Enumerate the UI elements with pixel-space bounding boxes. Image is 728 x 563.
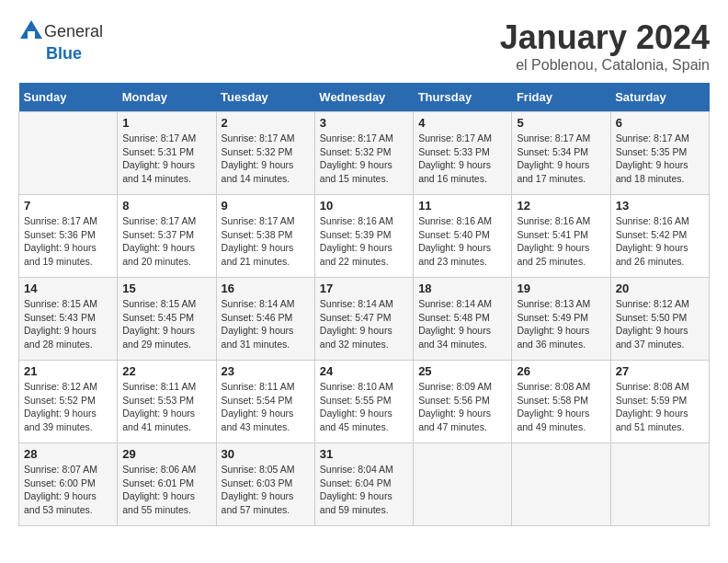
day-number: 25 xyxy=(418,364,506,378)
calendar-week-row: 28Sunrise: 8:07 AMSunset: 6:00 PMDayligh… xyxy=(19,443,710,526)
calendar-cell: 14Sunrise: 8:15 AMSunset: 5:43 PMDayligh… xyxy=(19,278,118,361)
page-header: General Blue January 2024 el Poblenou, C… xyxy=(18,18,710,74)
day-number: 18 xyxy=(418,282,506,295)
calendar-cell: 27Sunrise: 8:08 AMSunset: 5:59 PMDayligh… xyxy=(610,361,709,443)
day-info: Sunrise: 8:17 AMSunset: 5:37 PMDaylight:… xyxy=(122,214,210,269)
day-number: 24 xyxy=(320,364,408,378)
calendar-cell: 28Sunrise: 8:07 AMSunset: 6:00 PMDayligh… xyxy=(19,443,118,526)
header-day-wednesday: Wednesday xyxy=(314,83,413,112)
day-info: Sunrise: 8:17 AMSunset: 5:38 PMDaylight:… xyxy=(222,214,310,269)
calendar-cell: 24Sunrise: 8:10 AMSunset: 5:55 PMDayligh… xyxy=(314,361,413,443)
day-info: Sunrise: 8:04 AMSunset: 6:04 PMDaylight:… xyxy=(320,463,408,517)
svg-rect-1 xyxy=(28,31,35,39)
day-info: Sunrise: 8:17 AMSunset: 5:33 PMDaylight:… xyxy=(418,132,506,186)
day-info: Sunrise: 8:17 AMSunset: 5:32 PMDaylight:… xyxy=(222,132,310,186)
day-info: Sunrise: 8:10 AMSunset: 5:55 PMDaylight:… xyxy=(320,380,408,434)
calendar-cell: 31Sunrise: 8:04 AMSunset: 6:04 PMDayligh… xyxy=(314,443,413,526)
day-info: Sunrise: 8:17 AMSunset: 5:32 PMDaylight:… xyxy=(320,132,408,186)
calendar-cell xyxy=(610,443,709,526)
day-number: 30 xyxy=(222,447,310,461)
calendar-cell: 30Sunrise: 8:05 AMSunset: 6:03 PMDayligh… xyxy=(216,443,314,526)
day-number: 7 xyxy=(24,199,112,213)
day-info: Sunrise: 8:12 AMSunset: 5:50 PMDaylight:… xyxy=(616,297,704,351)
day-info: Sunrise: 8:14 AMSunset: 5:46 PMDaylight:… xyxy=(222,297,310,351)
day-number: 9 xyxy=(222,199,310,213)
day-info: Sunrise: 8:17 AMSunset: 5:35 PMDaylight:… xyxy=(616,132,704,186)
day-number: 16 xyxy=(222,282,310,295)
calendar-week-row: 14Sunrise: 8:15 AMSunset: 5:43 PMDayligh… xyxy=(19,278,710,361)
calendar-cell: 21Sunrise: 8:12 AMSunset: 5:52 PMDayligh… xyxy=(19,361,118,443)
day-info: Sunrise: 8:17 AMSunset: 5:34 PMDaylight:… xyxy=(517,132,605,186)
calendar-cell: 29Sunrise: 8:06 AMSunset: 6:01 PMDayligh… xyxy=(118,443,216,526)
calendar-cell: 19Sunrise: 8:13 AMSunset: 5:49 PMDayligh… xyxy=(512,278,610,361)
day-info: Sunrise: 8:08 AMSunset: 5:59 PMDaylight:… xyxy=(616,380,704,434)
day-number: 15 xyxy=(122,282,210,295)
calendar-cell: 15Sunrise: 8:15 AMSunset: 5:45 PMDayligh… xyxy=(118,278,216,361)
calendar-cell: 3Sunrise: 8:17 AMSunset: 5:32 PMDaylight… xyxy=(314,112,413,195)
calendar-cell: 8Sunrise: 8:17 AMSunset: 5:37 PMDaylight… xyxy=(118,195,216,278)
day-info: Sunrise: 8:05 AMSunset: 6:03 PMDaylight:… xyxy=(222,463,310,517)
calendar-cell: 23Sunrise: 8:11 AMSunset: 5:54 PMDayligh… xyxy=(216,361,314,443)
calendar-cell: 10Sunrise: 8:16 AMSunset: 5:39 PMDayligh… xyxy=(314,195,413,278)
title-section: January 2024 el Poblenou, Catalonia, Spa… xyxy=(500,18,710,74)
calendar-cell: 17Sunrise: 8:14 AMSunset: 5:47 PMDayligh… xyxy=(314,278,413,361)
calendar-cell: 22Sunrise: 8:11 AMSunset: 5:53 PMDayligh… xyxy=(118,361,216,443)
day-number: 29 xyxy=(122,447,210,461)
day-number: 17 xyxy=(320,282,408,295)
day-info: Sunrise: 8:11 AMSunset: 5:53 PMDaylight:… xyxy=(122,380,210,434)
day-number: 22 xyxy=(122,364,210,378)
calendar-cell: 12Sunrise: 8:16 AMSunset: 5:41 PMDayligh… xyxy=(512,195,610,278)
day-number: 21 xyxy=(24,364,112,378)
calendar-cell: 7Sunrise: 8:17 AMSunset: 5:36 PMDaylight… xyxy=(19,195,118,278)
calendar-cell xyxy=(414,443,512,526)
day-info: Sunrise: 8:16 AMSunset: 5:40 PMDaylight:… xyxy=(418,214,506,269)
logo-blue: Blue xyxy=(46,44,82,63)
day-number: 1 xyxy=(122,116,210,130)
calendar-cell: 20Sunrise: 8:12 AMSunset: 5:50 PMDayligh… xyxy=(610,278,709,361)
day-number: 2 xyxy=(222,116,310,130)
logo-general: General xyxy=(44,22,103,41)
calendar-cell: 16Sunrise: 8:14 AMSunset: 5:46 PMDayligh… xyxy=(216,278,314,361)
day-info: Sunrise: 8:14 AMSunset: 5:48 PMDaylight:… xyxy=(418,297,506,351)
calendar-cell: 6Sunrise: 8:17 AMSunset: 5:35 PMDaylight… xyxy=(610,112,709,195)
day-info: Sunrise: 8:16 AMSunset: 5:42 PMDaylight:… xyxy=(616,214,704,269)
calendar-cell: 5Sunrise: 8:17 AMSunset: 5:34 PMDaylight… xyxy=(512,112,610,195)
day-number: 27 xyxy=(616,364,704,378)
header-day-sunday: Sunday xyxy=(19,83,118,112)
header-day-thursday: Thursday xyxy=(414,83,512,112)
day-number: 28 xyxy=(24,447,112,461)
day-number: 3 xyxy=(320,116,408,130)
calendar-cell: 9Sunrise: 8:17 AMSunset: 5:38 PMDaylight… xyxy=(216,195,314,278)
calendar-week-row: 7Sunrise: 8:17 AMSunset: 5:36 PMDaylight… xyxy=(19,195,710,278)
day-number: 26 xyxy=(517,364,605,378)
day-info: Sunrise: 8:15 AMSunset: 5:43 PMDaylight:… xyxy=(24,297,112,351)
day-number: 10 xyxy=(320,199,408,213)
day-number: 31 xyxy=(320,447,408,461)
day-info: Sunrise: 8:12 AMSunset: 5:52 PMDaylight:… xyxy=(24,380,112,434)
calendar-table: SundayMondayTuesdayWednesdayThursdayFrid… xyxy=(18,83,710,526)
header-day-monday: Monday xyxy=(118,83,216,112)
header-day-friday: Friday xyxy=(512,83,610,112)
day-info: Sunrise: 8:08 AMSunset: 5:58 PMDaylight:… xyxy=(517,380,605,434)
calendar-cell: 11Sunrise: 8:16 AMSunset: 5:40 PMDayligh… xyxy=(414,195,512,278)
calendar-cell xyxy=(512,443,610,526)
calendar-cell: 13Sunrise: 8:16 AMSunset: 5:42 PMDayligh… xyxy=(610,195,709,278)
calendar-header-row: SundayMondayTuesdayWednesdayThursdayFrid… xyxy=(19,83,710,112)
calendar-cell: 4Sunrise: 8:17 AMSunset: 5:33 PMDaylight… xyxy=(414,112,512,195)
calendar-cell: 18Sunrise: 8:14 AMSunset: 5:48 PMDayligh… xyxy=(414,278,512,361)
header-day-tuesday: Tuesday xyxy=(216,83,314,112)
day-number: 11 xyxy=(418,199,506,213)
day-info: Sunrise: 8:06 AMSunset: 6:01 PMDaylight:… xyxy=(122,463,210,517)
calendar-week-row: 1Sunrise: 8:17 AMSunset: 5:31 PMDaylight… xyxy=(19,112,710,195)
day-number: 19 xyxy=(517,282,605,295)
day-number: 13 xyxy=(616,199,704,213)
day-number: 12 xyxy=(517,199,605,213)
day-number: 8 xyxy=(122,199,210,213)
calendar-week-row: 21Sunrise: 8:12 AMSunset: 5:52 PMDayligh… xyxy=(19,361,710,443)
logo-icon xyxy=(18,18,44,44)
day-info: Sunrise: 8:16 AMSunset: 5:41 PMDaylight:… xyxy=(517,214,605,269)
day-info: Sunrise: 8:14 AMSunset: 5:47 PMDaylight:… xyxy=(320,297,408,351)
day-info: Sunrise: 8:11 AMSunset: 5:54 PMDaylight:… xyxy=(222,380,310,434)
day-number: 20 xyxy=(616,282,704,295)
day-number: 5 xyxy=(517,116,605,130)
